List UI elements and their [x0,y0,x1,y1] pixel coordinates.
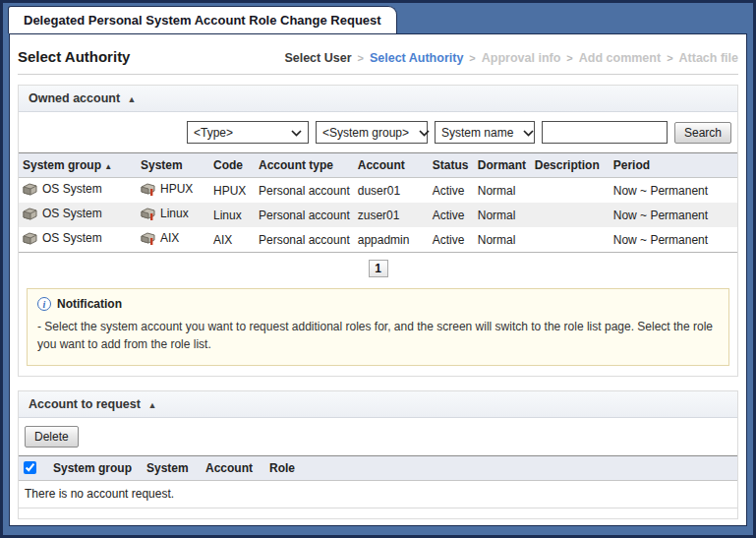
owned-account-section: Owned account ▲ <Type> <System group> Sy… [18,85,738,377]
col-status[interactable]: Status [429,153,474,178]
step-attach-file: Attach file [679,51,738,65]
system-group-icon [23,208,37,223]
chevron-down-icon [523,126,534,140]
notification-body: - Select the system account you want to … [37,318,719,353]
notification-title: Notification [57,297,122,311]
header-divider [18,74,738,75]
col-dormant[interactable]: Dormant [474,153,531,178]
col-account: Account [201,456,264,481]
request-table: System group System Account Role [19,455,737,481]
step-add-comment: Add comment [579,51,661,65]
col-role: Role [264,456,737,481]
collapse-icon: ▲ [128,94,137,104]
owned-account-header[interactable]: Owned account ▲ [19,86,737,112]
page-header: Select Authority Select User > Select Au… [18,48,738,65]
tab-role-change-request[interactable]: Delegated Personal System Account Role C… [8,6,397,33]
col-period[interactable]: Period [610,153,737,178]
select-all-checkbox[interactable] [24,461,36,474]
search-button[interactable]: Search [674,122,731,144]
filter-toolbar: <Type> <System group> System name Search [19,112,737,152]
col-code[interactable]: Code [209,153,255,178]
step-select-authority: Select Authority [370,51,463,65]
search-input[interactable] [542,121,668,144]
col-description[interactable]: Description [531,153,610,178]
sort-asc-icon: ▲ [104,162,112,171]
type-select-value: <Type> [194,126,233,140]
step-select-user: Select User [284,51,351,65]
delete-button[interactable]: Delete [25,426,79,448]
table-row[interactable]: OS System AIX AIX Personal account appad… [19,227,737,253]
chevron-down-icon [419,126,430,140]
table-header-row: System group ▲ System Code Account type … [19,153,737,178]
page-title: Select Authority [18,48,130,65]
system-icon [141,183,155,199]
col-system-group[interactable]: System group ▲ [19,153,137,178]
empty-message: There is no account request. [19,481,737,508]
collapse-icon: ▲ [147,400,156,410]
pagination: 1 [19,253,737,286]
tab-title: Delegated Personal System Account Role C… [24,13,381,28]
table-row[interactable]: OS System HPUX HPUX Personal account dus… [19,178,737,204]
col-system-group: System group [48,456,142,481]
step-separator: > [469,52,475,64]
type-select[interactable]: <Type> [187,121,309,144]
main-content: Select Authority Select User > Select Au… [9,33,747,526]
request-table-header-row: System group System Account Role [19,456,737,481]
system-icon [141,208,155,223]
step-separator: > [358,52,364,64]
system-group-icon [23,183,37,199]
request-toolbar: Delete [19,418,737,455]
system-icon [141,232,155,248]
chevron-down-icon [291,126,302,140]
app-window: Delegated Personal System Account Role C… [0,0,756,538]
col-account-type[interactable]: Account type [255,153,354,178]
notification-box: i Notification - Select the system accou… [27,288,729,366]
owned-account-table: System group ▲ System Code Account type … [19,152,737,253]
account-to-request-section: Account to request ▲ Delete System group… [18,390,738,519]
account-to-request-header[interactable]: Account to request ▲ [19,391,737,418]
system-group-select-value: <System group> [322,126,409,140]
step-approval-info: Approval info [482,51,561,65]
wizard-steps: Select User > Select Authority > Approva… [284,51,738,65]
owned-account-title: Owned account [29,91,120,105]
system-group-select[interactable]: <System group> [316,121,428,144]
page-number-current[interactable]: 1 [369,260,388,277]
search-field-select[interactable]: System name [435,121,535,144]
col-system: System [142,456,201,481]
search-field-select-value: System name [441,126,513,140]
col-account[interactable]: Account [354,153,429,178]
col-system[interactable]: System [137,153,209,178]
info-icon: i [37,297,51,311]
step-separator: > [566,52,572,64]
step-separator: > [667,52,672,64]
table-row[interactable]: OS System Linux Linux Personal account z… [19,203,737,227]
account-to-request-title: Account to request [29,397,141,411]
system-group-icon [23,232,37,248]
